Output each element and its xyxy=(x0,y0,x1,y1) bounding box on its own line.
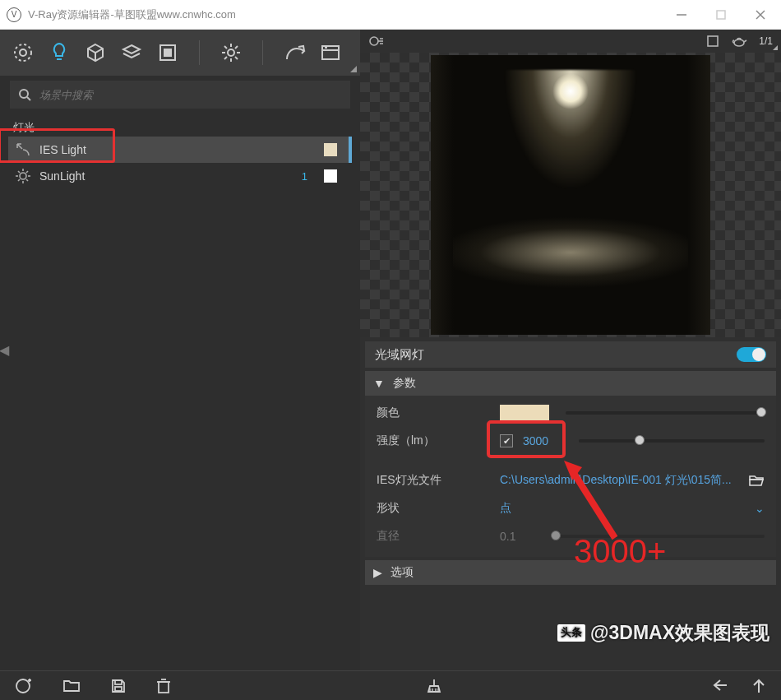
watermark-tag: 头条 xyxy=(557,624,585,642)
framebuffer-button-icon[interactable] xyxy=(319,41,342,64)
light-item-label: SunLight xyxy=(39,169,85,183)
selection-indicator xyxy=(349,137,352,163)
preview-scale-icon[interactable] xyxy=(706,35,719,48)
svg-point-4 xyxy=(15,44,31,61)
svg-line-28 xyxy=(18,171,20,173)
render-button-icon[interactable] xyxy=(283,41,306,64)
color-label: 颜色 xyxy=(377,406,500,420)
window-titlebar: V V-Ray资源编辑器-草图联盟www.cnwhc.com xyxy=(0,0,781,30)
save-button-icon[interactable] xyxy=(110,678,127,694)
light-item-count: 1 xyxy=(302,170,307,183)
light-item-label: IES Light xyxy=(39,143,86,156)
intensity-checkbox[interactable]: ✔ xyxy=(500,434,513,447)
asset-panel: 灯光 IES Light SunLight 1 xyxy=(0,30,360,670)
window-close-button[interactable] xyxy=(753,7,768,22)
light-item-ies[interactable]: IES Light xyxy=(8,137,352,163)
caret-down-icon: ▼ xyxy=(373,377,385,390)
folder-open-icon[interactable] xyxy=(748,474,765,487)
light-item-sun[interactable]: SunLight 1 xyxy=(8,163,352,189)
watermark-text: @3DMAX效果图表现 xyxy=(590,620,769,646)
shape-label: 形状 xyxy=(377,501,500,516)
preview-teapot-icon[interactable] xyxy=(731,35,747,48)
window-minimize-button[interactable] xyxy=(674,7,689,22)
search-icon xyxy=(18,88,31,101)
svg-line-16 xyxy=(224,57,227,59)
svg-point-34 xyxy=(734,39,744,46)
materials-tab-icon[interactable] xyxy=(12,41,35,64)
svg-rect-42 xyxy=(159,682,169,693)
lights-tab-icon[interactable] xyxy=(48,41,71,64)
svg-point-32 xyxy=(370,37,378,45)
layers-tab-icon[interactable] xyxy=(120,41,143,64)
purge-button-icon[interactable] xyxy=(425,677,443,695)
intensity-slider[interactable] xyxy=(579,439,765,443)
svg-point-5 xyxy=(20,49,26,56)
selection-indicator xyxy=(349,163,352,189)
color-swatch[interactable] xyxy=(500,405,549,421)
preview-header: 1/1 xyxy=(360,30,781,53)
svg-line-29 xyxy=(26,179,28,181)
svg-line-17 xyxy=(235,46,238,49)
add-button-icon[interactable] xyxy=(15,677,33,695)
diameter-value: 0.1 xyxy=(500,530,546,543)
light-color-swatch[interactable] xyxy=(324,169,337,183)
watermark: 头条 @3DMAX效果图表现 xyxy=(557,620,769,646)
options-section-title: 选项 xyxy=(390,565,414,580)
svg-line-22 xyxy=(27,97,30,100)
textures-tab-icon[interactable] xyxy=(156,41,179,64)
properties-panel: 1/1 光域网灯 ▼ 参数 xyxy=(360,30,781,670)
svg-rect-8 xyxy=(164,49,172,57)
svg-rect-33 xyxy=(708,36,718,46)
diameter-label: 直径 xyxy=(377,529,500,544)
open-button-icon[interactable] xyxy=(62,679,81,693)
color-slider[interactable] xyxy=(566,411,765,415)
intensity-value[interactable]: 3000 xyxy=(523,434,561,447)
geometry-tab-icon[interactable] xyxy=(84,41,107,64)
light-enable-toggle[interactable] xyxy=(737,347,766,362)
window-maximize-button[interactable] xyxy=(714,7,728,22)
properties-header: 光域网灯 xyxy=(365,341,776,368)
iesfile-label: IES灯光文件 xyxy=(377,473,500,488)
svg-line-14 xyxy=(224,46,227,49)
toolbar-expand-marker[interactable] xyxy=(350,66,357,72)
intensity-row: 强度（lm） ✔ 3000 xyxy=(365,427,776,455)
properties-title: 光域网灯 xyxy=(375,347,424,363)
caret-right-icon: ▶ xyxy=(373,566,382,579)
options-section-header[interactable]: ▶ 选项 xyxy=(365,560,776,585)
lights-section-title: 灯光 xyxy=(13,120,360,135)
app-logo-icon: V xyxy=(7,7,21,22)
toolbar-separator xyxy=(262,40,263,65)
svg-rect-41 xyxy=(115,687,122,691)
params-section-header[interactable]: ▼ 参数 xyxy=(365,371,776,396)
svg-point-23 xyxy=(20,173,26,179)
bottom-toolbar xyxy=(0,670,781,700)
sun-light-icon xyxy=(15,168,31,184)
preview-viewport[interactable] xyxy=(360,53,781,337)
shape-value: 点 xyxy=(500,501,511,516)
settings-tab-icon[interactable] xyxy=(220,41,243,64)
render-preview-image xyxy=(431,55,710,335)
light-list: IES Light SunLight 1 xyxy=(0,137,360,189)
intensity-label: 强度（lm） xyxy=(377,433,500,448)
preview-vision-icon[interactable] xyxy=(368,35,385,48)
nav-up-icon[interactable] xyxy=(751,678,766,694)
toolbar-separator xyxy=(199,40,200,65)
annotation-text: 3000+ xyxy=(574,533,666,570)
ies-light-icon xyxy=(15,141,31,158)
svg-line-35 xyxy=(572,471,615,538)
search-bar[interactable] xyxy=(10,81,350,109)
svg-line-30 xyxy=(18,179,20,181)
svg-line-31 xyxy=(26,171,28,173)
delete-button-icon[interactable] xyxy=(156,678,171,694)
left-collapse-handle[interactable]: ◀ xyxy=(0,327,8,373)
nav-back-icon[interactable] xyxy=(710,678,728,693)
color-row: 颜色 xyxy=(365,399,776,427)
chevron-down-icon: ⌄ xyxy=(755,502,765,515)
svg-rect-20 xyxy=(325,47,327,49)
params-section-title: 参数 xyxy=(393,376,416,391)
asset-toolbar xyxy=(0,30,360,76)
svg-line-15 xyxy=(235,57,238,59)
preview-aspect-ratio[interactable]: 1/1 xyxy=(759,35,773,47)
light-color-swatch[interactable] xyxy=(324,143,337,156)
search-input[interactable] xyxy=(39,89,342,101)
